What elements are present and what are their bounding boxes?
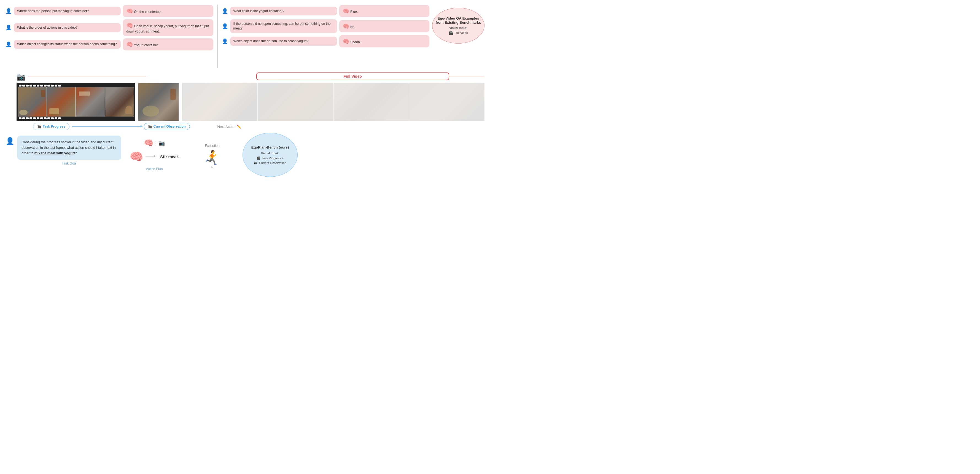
brain-icon-r1: 🧠: [342, 8, 350, 14]
ego-video-qa-label: Ego-Video QA Examplesfrom Existing Bench…: [432, 8, 485, 43]
stir-meat-answer: Stir meat.: [160, 154, 179, 159]
ego-video-qa-title: Ego-Video QA Examplesfrom Existing Bench…: [436, 16, 481, 24]
film-strip: [16, 83, 135, 121]
user-question-container: 👤 Considering the progress shown in the …: [5, 135, 121, 165]
brain-icon-3: 🧠: [126, 41, 133, 48]
person-icon-r2: 👤: [222, 23, 228, 29]
video-camera-icon-ego: 🎬: [449, 30, 453, 35]
qa-question-1: Where does the person put the yogurt con…: [14, 6, 121, 16]
task-progress-icon: 🎬: [37, 124, 41, 129]
qa-answer-3: 🧠 Yogurt container.: [123, 38, 213, 51]
runner-icon: 🏃: [204, 150, 221, 165]
person-icon-r3: 👤: [222, 38, 228, 45]
execution-label: Execution: [205, 144, 220, 148]
brain-icon-r3: 🧠: [342, 38, 350, 45]
action-plan-section: 🧠 + 📷 🧠 Stir meat. Action Plan: [127, 135, 182, 171]
left-qa-column: 👤 Where does the person put the yogurt c…: [5, 5, 213, 51]
brain-icon-2: 🧠: [126, 22, 133, 29]
brain-icon-1: 🧠: [126, 8, 133, 14]
qa-row-r3: 👤 Which object does the person use to sc…: [222, 35, 430, 48]
qa-question-3: Which object changes its status when the…: [14, 40, 121, 49]
film-strip-container: [16, 83, 485, 121]
full-video-ego-label: 🎬 Full Video: [449, 30, 468, 35]
qa-row-r1: 👤 What color is the yogurt container? 🧠 …: [222, 5, 430, 17]
person-icon-2: 👤: [5, 24, 11, 30]
qa-question-r1: What color is the yogurt container?: [230, 6, 337, 16]
qa-question-r3: Which object does the person use to scoo…: [230, 37, 337, 46]
task-goal-text: mix the meat with yogurt: [35, 151, 75, 155]
user-avatar: 👤: [5, 137, 14, 165]
current-obs-icon: 🎬: [148, 124, 152, 129]
qa-answer-r1: 🧠 Blue.: [339, 5, 430, 17]
qa-row-r2: 👤 If the person did not open something, …: [222, 19, 430, 33]
top-section: 👤 Where does the person put the yogurt c…: [0, 0, 490, 71]
qa-answer-1: 🧠 On the countertop.: [123, 5, 213, 17]
qa-answer-r3: 🧠 Spoon.: [339, 35, 430, 48]
next-action-label: Next Action ✏️: [218, 124, 242, 129]
labels-row: 🎬 Task Progress ▶ 🎬 Current Observation …: [16, 123, 485, 130]
next-action-icon: ✏️: [237, 124, 241, 129]
icons-top-row: 🧠 + 📷: [144, 138, 165, 148]
brain-answer-arrow: [145, 156, 154, 157]
egoplan-co-icon: 📷: [254, 161, 258, 164]
egoplan-visual-input: Visual Input:: [261, 151, 279, 155]
visual-input-label: Visual Input:: [449, 26, 468, 30]
video-small-icon: 📷: [159, 140, 165, 146]
qa-row-1: 👤 Where does the person put the yogurt c…: [5, 5, 213, 17]
qa-row-3: 👤 Which object changes its status when t…: [5, 38, 213, 51]
qa-row-2: 👤 What is the order of actions in this v…: [5, 19, 213, 36]
person-icon-r1: 👤: [222, 8, 228, 14]
task-progress-arrow: ▶: [72, 126, 141, 127]
full-video-bar: Full Video: [256, 73, 449, 80]
egoplan-tp-icon: 🎬: [256, 156, 261, 160]
camera-icon: 📷: [16, 73, 25, 81]
qa-question-r2: If the person did not open something, ca…: [230, 19, 337, 33]
person-icon-1: 👤: [5, 8, 11, 14]
person-icon-3: 👤: [5, 41, 11, 48]
task-goal-label: Task Goal: [17, 162, 121, 165]
qa-answer-2: 🧠 Open yogurt, scoop yogurt, put yogurt …: [123, 19, 213, 36]
egoplan-title: EgoPlan-Bench (ours): [251, 145, 289, 150]
right-qa-column: 👤 What color is the yogurt container? 🧠 …: [222, 5, 430, 48]
question-bubble: Considering the progress shown in the vi…: [17, 135, 121, 160]
egoplan-co-row: 📷 Current Observation: [254, 161, 286, 164]
brain-icon-r2: 🧠: [342, 23, 350, 29]
cloud-brain-icon: 🧠: [144, 138, 153, 148]
egoplan-task-progress-row: 🎬 Task Progress +: [256, 156, 283, 160]
egoplan-bench-label: EgoPlan-Bench (ours) Visual Input: 🎬 Tas…: [242, 133, 298, 177]
qa-question-2: What is the order of actions in this vid…: [14, 23, 121, 32]
current-observation-label: 🎬 Current Observation: [144, 123, 190, 130]
faded-frames: [182, 83, 485, 121]
current-observation-frame: [138, 83, 179, 121]
execution-section: Execution 🏃 ↑: [188, 135, 237, 170]
bottom-section: 👤 Considering the progress shown in the …: [0, 132, 490, 180]
big-brain-icon: 🧠: [129, 150, 143, 163]
video-section: 📷 Full Video: [0, 73, 490, 130]
brain-answer-row: 🧠 Stir meat.: [129, 150, 179, 163]
qa-answer-r2: 🧠 No.: [339, 20, 430, 32]
action-plan-label: Action Plan: [146, 167, 163, 171]
task-progress-label: 🎬 Task Progress: [33, 123, 70, 130]
plus-icon: +: [155, 140, 158, 145]
